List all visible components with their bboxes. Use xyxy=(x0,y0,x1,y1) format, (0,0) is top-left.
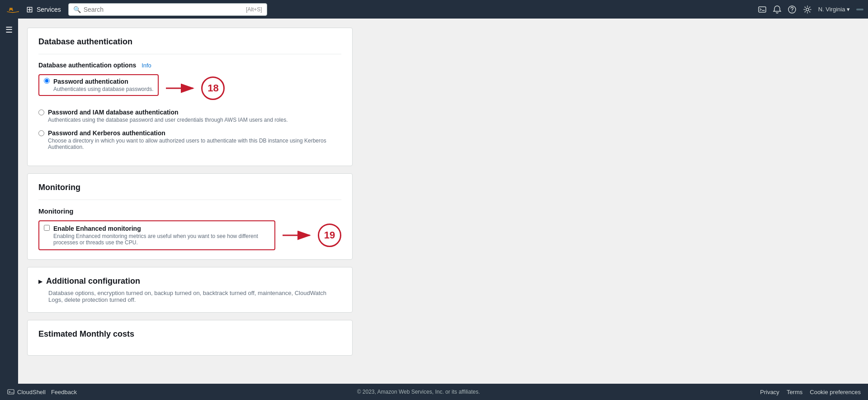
iam-auth-option: Password and IAM database authentication… xyxy=(38,109,341,123)
top-navigation: ⊞ Services 🔍 [Alt+S] N. Virginia ▾ xyxy=(0,0,868,19)
cloudshell-label: CloudShell xyxy=(17,389,46,395)
cookie-preferences-link[interactable]: Cookie preferences xyxy=(810,389,861,395)
search-shortcut: [Alt+S] xyxy=(246,6,262,13)
iam-auth-desc: Authenticates using the database passwor… xyxy=(48,117,288,123)
password-auth-option-box: Password authentication Authenticates us… xyxy=(38,74,159,96)
footer-left: CloudShell Feedback xyxy=(7,388,77,395)
enhanced-monitoring-desc: Enabling Enhanced monitoring metrics are… xyxy=(53,233,270,246)
feedback-button[interactable]: Feedback xyxy=(51,389,77,395)
additional-config-header[interactable]: ▶ Additional configuration xyxy=(38,276,341,286)
kerberos-auth-desc: Choose a directory in which you want to … xyxy=(48,138,341,150)
search-bar: 🔍 [Alt+S] xyxy=(68,3,267,16)
help-icon[interactable] xyxy=(788,5,797,14)
info-link[interactable]: Info xyxy=(142,62,151,69)
annotation-arrow-19 xyxy=(283,226,314,244)
db-auth-title: Database authentication xyxy=(38,37,341,47)
main-content: Database authentication Database authent… xyxy=(18,19,868,384)
footer-right: Privacy Terms Cookie preferences xyxy=(760,389,861,395)
svg-point-5 xyxy=(792,11,793,12)
search-icon: 🔍 xyxy=(73,6,81,13)
enhanced-monitoring-label: Enable Enhanced monitoring xyxy=(53,225,141,232)
annotation-circle-18: 18 xyxy=(201,76,225,100)
password-auth-label: Password authentication xyxy=(53,78,153,85)
kerberos-auth-label: Password and Kerberos authentication xyxy=(48,129,165,137)
additional-config-section: ▶ Additional configuration Database opti… xyxy=(27,267,353,313)
bell-icon[interactable] xyxy=(773,5,781,14)
additional-config-desc: Database options, encryption turned on, … xyxy=(48,290,341,303)
settings-icon[interactable] xyxy=(803,5,812,14)
field-label: Database authentication options xyxy=(38,62,136,69)
additional-config-title: Additional configuration xyxy=(46,276,140,286)
annotation-19: 19 xyxy=(283,224,341,247)
kerberos-auth-option: Password and Kerberos authentication Cho… xyxy=(38,129,341,150)
enhanced-monitoring-box: Enable Enhanced monitoring Enabling Enha… xyxy=(38,220,275,250)
annotation-arrow-18 xyxy=(166,79,198,97)
sidebar-menu-icon[interactable]: ☰ xyxy=(5,25,13,35)
field-header: Database authentication options Info xyxy=(38,62,341,69)
password-auth-desc: Authenticates using database passwords. xyxy=(53,86,153,92)
user-avatar[interactable] xyxy=(856,9,863,10)
services-nav-button[interactable]: Services xyxy=(37,6,61,13)
terms-link[interactable]: Terms xyxy=(787,389,802,395)
annotation-18: 18 xyxy=(166,76,225,100)
chevron-right-icon: ▶ xyxy=(38,278,42,285)
svg-rect-11 xyxy=(8,390,14,394)
password-auth-radio[interactable] xyxy=(44,78,50,84)
estimated-costs-title: Estimated Monthly costs xyxy=(38,329,341,339)
aws-logo-icon[interactable] xyxy=(5,4,21,15)
sidebar: ☰ xyxy=(0,19,18,384)
footer-copyright: © 2023, Amazon Web Services, Inc. or its… xyxy=(84,389,753,395)
kerberos-auth-radio[interactable] xyxy=(38,130,44,136)
terminal-footer-icon xyxy=(7,388,14,395)
grid-icon[interactable]: ⊞ xyxy=(26,5,33,14)
nav-icons: N. Virginia ▾ xyxy=(758,5,863,14)
iam-auth-label: Password and IAM database authentication xyxy=(48,109,179,116)
terminal-icon[interactable] xyxy=(758,5,767,14)
annotation-circle-19: 19 xyxy=(318,224,341,247)
svg-rect-2 xyxy=(759,7,766,12)
iam-auth-radio[interactable] xyxy=(38,110,44,115)
cloudshell-button[interactable]: CloudShell xyxy=(7,388,46,395)
db-auth-section: Database authentication Database authent… xyxy=(27,28,353,166)
svg-point-6 xyxy=(806,8,809,11)
estimated-costs-section: Estimated Monthly costs xyxy=(27,320,353,356)
services-label: Services xyxy=(37,6,61,13)
monitoring-section: Monitoring Monitoring Enable Enhanced mo… xyxy=(27,173,353,260)
monitoring-subsection-title: Monitoring xyxy=(38,207,341,215)
search-input[interactable] xyxy=(84,6,243,13)
footer: CloudShell Feedback © 2023, Amazon Web S… xyxy=(0,384,868,400)
region-selector[interactable]: N. Virginia ▾ xyxy=(818,6,850,13)
monitoring-title: Monitoring xyxy=(38,183,341,192)
privacy-link[interactable]: Privacy xyxy=(760,389,779,395)
enhanced-monitoring-checkbox[interactable] xyxy=(44,225,50,231)
